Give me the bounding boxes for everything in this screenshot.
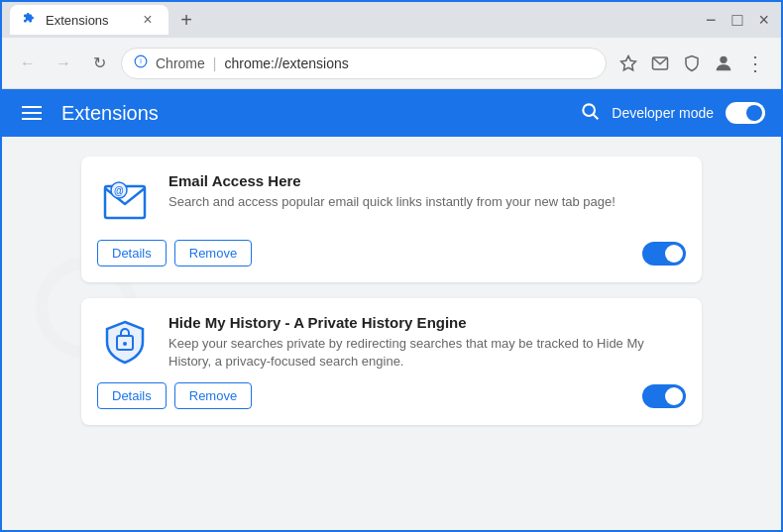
svg-line-6 [594, 114, 599, 119]
svg-point-4 [720, 55, 727, 62]
developer-mode-toggle[interactable] [726, 102, 765, 124]
ext2-details-button[interactable]: Details [97, 382, 167, 409]
minimize-button[interactable]: − [702, 10, 721, 31]
more-menu-button[interactable]: ⋮ [741, 50, 769, 77]
url-security-icon: i [134, 54, 148, 71]
tab-label: Extensions [46, 13, 109, 28]
active-tab[interactable]: Extensions × [10, 5, 168, 35]
ext2-desc: Keep your searches private by redirectin… [168, 335, 686, 371]
title-bar-controls: − □ × [702, 10, 773, 31]
ext1-info: Email Access Here Search and access popu… [168, 172, 686, 211]
extension-card-email: @ Email Access Here Search and access po… [81, 157, 702, 282]
ext1-actions: Details Remove [97, 240, 686, 266]
svg-point-13 [123, 342, 127, 346]
svg-marker-2 [621, 55, 636, 69]
forward-button[interactable]: → [50, 50, 77, 77]
ext1-remove-button[interactable]: Remove [174, 240, 252, 266]
back-button[interactable]: ← [14, 50, 42, 77]
hamburger-menu-button[interactable] [18, 102, 46, 124]
ext2-actions: Details Remove [97, 382, 686, 409]
ext-card-top-2: Hide My History - A Private History Engi… [97, 314, 686, 371]
account-button[interactable] [710, 50, 737, 77]
ext2-remove-button[interactable]: Remove [174, 382, 252, 409]
ext1-desc: Search and access popular email quick li… [168, 193, 686, 211]
ext2-name: Hide My History - A Private History Engi… [168, 314, 686, 331]
url-path: chrome://extensions [224, 55, 348, 71]
svg-text:i: i [140, 57, 142, 64]
ext2-icon [97, 314, 153, 370]
reload-button[interactable]: ↻ [85, 50, 113, 77]
ext2-toggle[interactable] [642, 384, 686, 408]
close-window-button[interactable]: × [754, 10, 773, 31]
puzzle-icon [22, 11, 38, 30]
page-title: Extensions [61, 102, 159, 125]
url-text-chrome: Chrome [156, 55, 205, 71]
ext1-toggle[interactable] [642, 242, 686, 266]
main-content: FIIGCOM @ Email Access Here Search and a… [2, 137, 781, 532]
header-left: Extensions [18, 102, 159, 125]
tab-close-button[interactable]: × [139, 11, 157, 29]
extensions-header: Extensions Developer mode [2, 89, 781, 137]
ext1-icon: @ [97, 172, 153, 228]
maximize-button[interactable]: □ [728, 10, 747, 31]
extension-card-history: Hide My History - A Private History Engi… [81, 298, 702, 425]
ext-card-top: @ Email Access Here Search and access po… [97, 172, 686, 228]
ext1-details-button[interactable]: Details [97, 240, 167, 266]
url-bar[interactable]: i Chrome | chrome://extensions [121, 48, 607, 79]
bookmark-button[interactable] [615, 50, 642, 77]
search-button[interactable] [580, 101, 600, 126]
ext1-name: Email Access Here [168, 172, 686, 189]
svg-point-5 [584, 104, 596, 116]
svg-text:@: @ [114, 185, 124, 196]
address-bar: ← → ↻ i Chrome | chrome://extensions ⋮ [2, 38, 781, 89]
url-separator: | [213, 55, 217, 71]
title-bar: Extensions × + − □ × [2, 2, 781, 38]
ext2-info: Hide My History - A Private History Engi… [168, 314, 686, 371]
email-extension-button[interactable] [646, 50, 674, 77]
new-tab-button[interactable]: + [172, 6, 200, 34]
title-bar-left: Extensions × + [10, 5, 200, 35]
shield-button[interactable] [678, 50, 706, 77]
developer-mode-label: Developer mode [612, 105, 714, 121]
header-right: Developer mode [580, 101, 765, 126]
address-actions: ⋮ [615, 50, 769, 77]
